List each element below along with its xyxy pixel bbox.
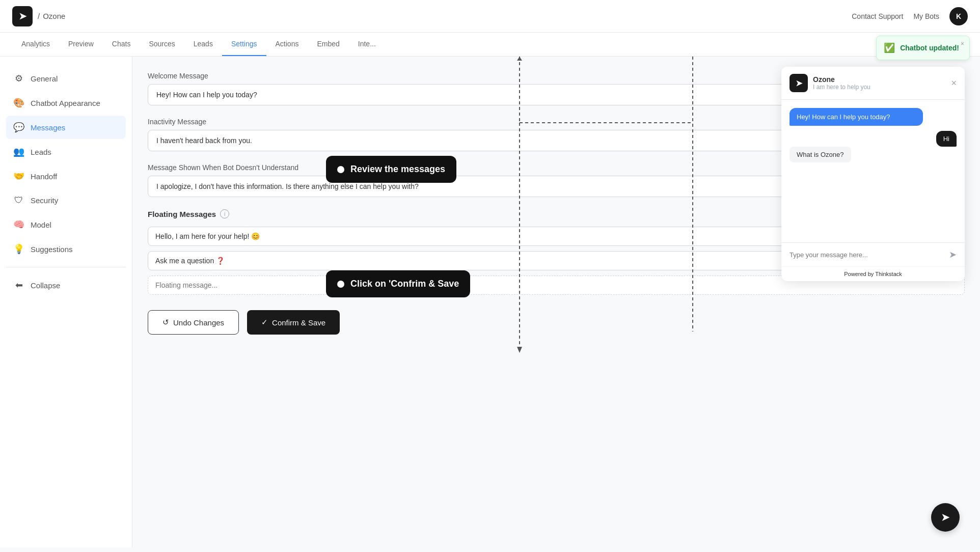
- model-icon: 🧠: [13, 219, 24, 230]
- sidebar: ⚙ General 🎨 Chatbot Appearance 💬 Message…: [0, 57, 132, 547]
- appearance-icon: 🎨: [13, 97, 24, 108]
- chat-message-input[interactable]: [790, 251, 944, 259]
- sidebar-divider: [6, 267, 126, 267]
- chat-bot-info: ➤ Ozone I am here to help you: [790, 74, 870, 92]
- actions-bar: ↺ Undo Changes ✓ Confirm & Save: [148, 310, 965, 335]
- tab-leads[interactable]: Leads: [184, 33, 222, 56]
- messages-icon: 💬: [13, 122, 24, 133]
- toast-close-button[interactable]: ×: [961, 40, 964, 47]
- toast-message: Chatbot updated!: [900, 44, 959, 52]
- chat-footer-brand: Thinkstack: [875, 271, 902, 277]
- sidebar-label-security: Security: [31, 196, 58, 205]
- sidebar-item-security[interactable]: 🛡 Security: [6, 189, 126, 212]
- tab-chats[interactable]: Chats: [103, 33, 140, 56]
- handoff-icon: 🤝: [13, 171, 24, 182]
- sidebar-item-leads[interactable]: 👥 Leads: [6, 140, 126, 163]
- tab-analytics[interactable]: Analytics: [12, 33, 59, 56]
- chat-bot-logo: ➤: [790, 74, 808, 92]
- toast-success-icon: ✅: [884, 42, 895, 53]
- content-area: Welcome Message 30 / 50 Inactivity Messa…: [132, 57, 980, 547]
- chat-preview-panel: ➤ Ozone I am here to help you × Hey! How…: [781, 67, 965, 281]
- tooltip-review-messages: Review the messages: [326, 156, 456, 183]
- save-label: Confirm & Save: [272, 318, 325, 327]
- floating-messages-info-icon[interactable]: i: [220, 209, 229, 218]
- collapse-icon: ⬅: [13, 280, 24, 291]
- undo-icon: ↺: [162, 318, 169, 327]
- leads-icon: 👥: [13, 146, 24, 157]
- gear-icon: ⚙: [13, 73, 24, 84]
- security-icon: 🛡: [13, 195, 24, 206]
- tooltip-dot-2: [337, 281, 344, 288]
- undo-changes-button[interactable]: ↺ Undo Changes: [148, 310, 239, 335]
- sidebar-label-chatbot-appearance: Chatbot Appearance: [31, 99, 100, 107]
- welcome-message-label: Welcome Message: [148, 72, 208, 80]
- avatar[interactable]: K: [949, 7, 968, 25]
- sidebar-item-messages[interactable]: 💬 Messages: [6, 116, 126, 139]
- sidebar-label-collapse: Collapse: [31, 281, 60, 290]
- contact-support-link[interactable]: Contact Support: [852, 12, 903, 20]
- app-name: Ozone: [43, 12, 65, 20]
- sidebar-label-messages: Messages: [31, 123, 65, 132]
- logo-area: ➤ / Ozone: [12, 6, 65, 26]
- chat-footer: Powered by Thinkstack: [781, 266, 965, 281]
- tab-integrations[interactable]: Inte...: [349, 33, 385, 56]
- chat-close-button[interactable]: ×: [951, 78, 957, 89]
- sidebar-label-handoff: Handoff: [31, 172, 57, 181]
- tab-sources[interactable]: Sources: [140, 33, 184, 56]
- tab-preview[interactable]: Preview: [59, 33, 103, 56]
- tooltip-confirm-text: Click on 'Confrim & Save: [350, 279, 459, 289]
- sidebar-item-suggestions[interactable]: 💡 Suggestions: [6, 237, 126, 261]
- chat-user-question: What is Ozone?: [790, 147, 851, 162]
- nav-tabs: Analytics Preview Chats Sources Leads Se…: [0, 33, 980, 57]
- sidebar-label-model: Model: [31, 220, 51, 229]
- inactivity-message-label: Inactivity Message: [148, 118, 206, 126]
- floating-bot-button[interactable]: ➤: [931, 503, 960, 532]
- chat-bot-details: Ozone I am here to help you: [813, 75, 870, 91]
- bot-understand-label: Message Shown When Bot Doesn't Understan…: [148, 163, 298, 172]
- sidebar-label-general: General: [31, 74, 58, 83]
- toast-notification: × ✅ Chatbot updated!: [876, 36, 970, 60]
- tooltip-review-text: Review the messages: [350, 164, 445, 175]
- sidebar-item-chatbot-appearance[interactable]: 🎨 Chatbot Appearance: [6, 91, 126, 115]
- sidebar-item-collapse[interactable]: ⬅ Collapse: [6, 273, 126, 297]
- tab-settings[interactable]: Settings: [222, 33, 266, 56]
- chat-footer-text: Powered by: [844, 271, 875, 277]
- tooltip-confirm-save: Click on 'Confrim & Save: [326, 270, 470, 297]
- chat-input-area: ➤: [781, 242, 965, 266]
- breadcrumb-sep: /: [38, 12, 40, 20]
- suggestions-icon: 💡: [13, 243, 24, 255]
- header-right: Contact Support My Bots K: [852, 7, 968, 25]
- chat-messages: Hey! How can I help you today? Hi What i…: [781, 100, 965, 242]
- confirm-save-button[interactable]: ✓ Confirm & Save: [247, 310, 340, 335]
- chat-user-message: Hi: [936, 131, 957, 147]
- tab-embed[interactable]: Embed: [308, 33, 348, 56]
- undo-label: Undo Changes: [173, 318, 224, 327]
- top-header: ➤ / Ozone Contact Support My Bots K × ✅ …: [0, 0, 980, 33]
- main-layout: ⚙ General 🎨 Chatbot Appearance 💬 Message…: [0, 57, 980, 547]
- chat-send-button[interactable]: ➤: [949, 249, 957, 260]
- chat-bot-name: Ozone: [813, 75, 870, 84]
- svg-marker-1: [517, 57, 522, 61]
- sidebar-item-general[interactable]: ⚙ General: [6, 67, 126, 90]
- floating-messages-title: Floating Messages: [148, 210, 216, 218]
- save-icon: ✓: [261, 318, 268, 327]
- tab-actions[interactable]: Actions: [266, 33, 308, 56]
- app-logo[interactable]: ➤: [12, 6, 33, 26]
- sidebar-item-model[interactable]: 🧠 Model: [6, 213, 126, 236]
- breadcrumb: / Ozone: [38, 12, 65, 20]
- sidebar-label-leads: Leads: [31, 148, 51, 156]
- sidebar-item-handoff[interactable]: 🤝 Handoff: [6, 164, 126, 188]
- chat-bot-sub: I am here to help you: [813, 84, 870, 91]
- my-bots-link[interactable]: My Bots: [913, 12, 939, 20]
- sidebar-label-suggestions: Suggestions: [31, 245, 73, 254]
- svg-marker-3: [517, 347, 522, 353]
- tooltip-dot-1: [337, 166, 344, 173]
- chat-header: ➤ Ozone I am here to help you ×: [781, 67, 965, 100]
- chat-bot-message: Hey! How can I help you today?: [790, 108, 923, 126]
